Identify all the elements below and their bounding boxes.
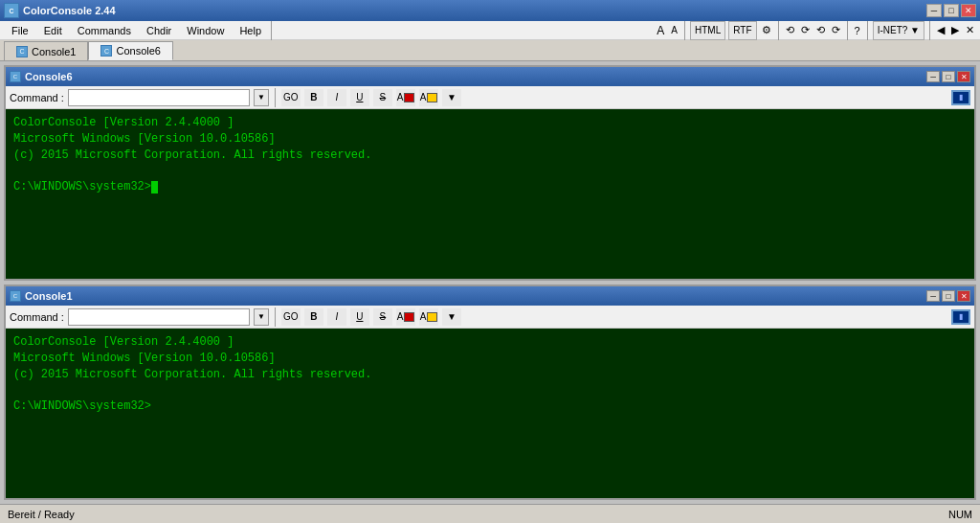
console6-title-icon: C [10, 71, 21, 82]
tb-sep5 [929, 21, 930, 40]
minimize-button[interactable]: ─ [926, 4, 942, 17]
stop-btn[interactable]: ⟳ [830, 24, 842, 36]
console6-title-left: C Console6 [10, 71, 73, 82]
console6-underline-btn[interactable]: U [350, 89, 369, 106]
inet-btn[interactable]: I-NET? ▼ [873, 21, 924, 40]
console6-window: C Console6 ─ □ ✕ Command : ▼ GO B I U S … [4, 65, 976, 281]
tab-console6[interactable]: C Console6 [88, 41, 172, 60]
console6-color-a-btn[interactable]: A [396, 89, 415, 106]
console1-title-text: Console1 [25, 290, 73, 302]
tb-sep4 [867, 21, 868, 40]
console1-maximize-btn[interactable]: □ [942, 290, 955, 302]
console6-line-3: (c) 2015 Microsoft Corporation. All righ… [13, 148, 967, 164]
console6-line-5: C:\WINDOWS\system32> [13, 179, 967, 195]
console1-color-b-btn[interactable]: A [419, 308, 438, 326]
console1-line-2: Microsoft Windows [Version 10.0.10586] [13, 351, 967, 367]
console1-bold-btn[interactable]: B [304, 308, 323, 326]
nav-left-icon[interactable]: ◀ [935, 24, 947, 36]
console1-color-a-btn[interactable]: A [396, 308, 415, 326]
back-btn[interactable]: ⟲ [784, 24, 796, 36]
console6-cmd-label: Command : [10, 92, 64, 103]
console6-controls: ─ □ ✕ [926, 71, 970, 82]
console6-bold-btn[interactable]: B [304, 89, 323, 106]
menubar-separator [271, 21, 272, 40]
console6-terminal[interactable]: ColorConsole [Version 2.4.4000 ] Microso… [6, 109, 974, 279]
reload-btn[interactable]: ⟲ [814, 24, 827, 36]
nav-close-icon[interactable]: ✕ [964, 24, 976, 36]
console1-title-icon: C [10, 290, 21, 302]
console1-title-left: C Console1 [10, 290, 73, 302]
app-titlebar: C ColorConsole 2.44 ─ □ ✕ [0, 0, 980, 21]
console1-icon: C [16, 46, 28, 57]
console6-minimize-btn[interactable]: ─ [926, 71, 940, 82]
console1-line-1: ColorConsole [Version 2.4.4000 ] [13, 334, 967, 351]
console1-strikethrough-btn[interactable]: S [373, 308, 392, 326]
console1-close-btn[interactable]: ✕ [957, 290, 970, 302]
console6-cmd-input[interactable] [68, 89, 250, 106]
statusbar-num: NUM [948, 509, 972, 520]
console6-close-btn[interactable]: ✕ [957, 71, 970, 82]
statusbar: Bereit / Ready NUM [0, 504, 980, 523]
console6-dropdown2-btn[interactable]: ▼ [442, 89, 461, 106]
app-title-left: C ColorConsole 2.44 [4, 3, 116, 18]
console1-window: C Console1 ─ □ ✕ Command : ▼ GO B I U S … [4, 284, 976, 500]
console6-go-btn[interactable]: GO [281, 89, 301, 106]
console6-line-2: Microsoft Windows [Version 10.0.10586] [13, 131, 967, 148]
html-btn[interactable]: HTML [690, 21, 725, 40]
console1-italic-btn[interactable]: I [327, 308, 346, 326]
menu-chdir[interactable]: Chdir [139, 21, 179, 39]
console6-cmd-dropdown[interactable]: ▼ [254, 89, 269, 106]
console1-terminal[interactable]: ColorConsole [Version 2.4.4000 ] Microso… [6, 329, 974, 498]
console6-icon: C [100, 45, 112, 57]
menu-edit[interactable]: Edit [36, 21, 70, 39]
tab-console6-label: Console6 [116, 45, 160, 57]
console6-strikethrough-btn[interactable]: S [373, 89, 392, 106]
nav-right-icon[interactable]: ▶ [949, 24, 961, 36]
font-smaller-btn[interactable]: A [669, 25, 679, 35]
console1-cmd-toolbar: Command : ▼ GO B I U S A A ▼ ▮ [6, 306, 974, 329]
console6-cmd-toolbar: Command : ▼ GO B I U S A A ▼ ▮ [6, 86, 974, 109]
console1-cmd-dropdown[interactable]: ▼ [254, 308, 269, 326]
rtf-btn[interactable]: RTF [728, 21, 756, 40]
menu-commands[interactable]: Commands [70, 21, 139, 39]
console1-go-btn[interactable]: GO [281, 308, 301, 326]
close-button[interactable]: ✕ [961, 4, 976, 17]
console6-line-4 [13, 163, 967, 179]
console1-line-3: (c) 2015 Microsoft Corporation. All righ… [13, 367, 967, 383]
console6-monitor-icon: ▮ [951, 90, 970, 105]
console1-monitor-icon: ▮ [951, 309, 970, 325]
help-icon[interactable]: ? [853, 25, 862, 36]
tabbar: C Console1 C Console6 [0, 40, 980, 61]
console1-underline-btn[interactable]: U [350, 308, 369, 326]
console1-line-5: C:\WINDOWS\system32> [13, 398, 967, 415]
console6-italic-btn[interactable]: I [327, 89, 346, 106]
gear-icon[interactable]: ⚙ [760, 24, 773, 36]
console1-minimize-btn[interactable]: ─ [926, 290, 940, 302]
tab-console1[interactable]: C Console1 [4, 41, 88, 60]
console1-line-4 [13, 382, 967, 398]
forward-btn[interactable]: ⟳ [799, 24, 812, 36]
tb-sep1 [684, 21, 685, 40]
tab-console1-label: Console1 [32, 46, 76, 57]
tb-sep3 [847, 21, 848, 40]
console6-line-1: ColorConsole [Version 2.4.4000 ] [13, 115, 967, 131]
c1-sep1 [275, 307, 276, 327]
tb-sep2 [778, 21, 779, 40]
console1-dropdown2-btn[interactable]: ▼ [442, 308, 461, 326]
menu-help[interactable]: Help [232, 21, 269, 39]
menubar: File Edit Commands Chdir Window Help A A… [0, 21, 980, 40]
console1-cmd-label: Command : [10, 311, 64, 323]
console1-controls: ─ □ ✕ [926, 290, 970, 302]
console6-cursor [151, 181, 158, 193]
menu-file[interactable]: File [4, 21, 36, 39]
console6-title-text: Console6 [25, 71, 73, 82]
console1-cmd-input[interactable] [68, 308, 250, 326]
menu-window[interactable]: Window [179, 21, 232, 39]
console1-titlebar: C Console1 ─ □ ✕ [6, 286, 974, 306]
font-larger-btn[interactable]: A [655, 24, 666, 37]
console6-maximize-btn[interactable]: □ [942, 71, 955, 82]
statusbar-status: Bereit / Ready [8, 509, 75, 520]
c6-sep1 [275, 88, 276, 107]
console6-color-b-btn[interactable]: A [419, 89, 438, 106]
maximize-button[interactable]: □ [944, 4, 959, 17]
